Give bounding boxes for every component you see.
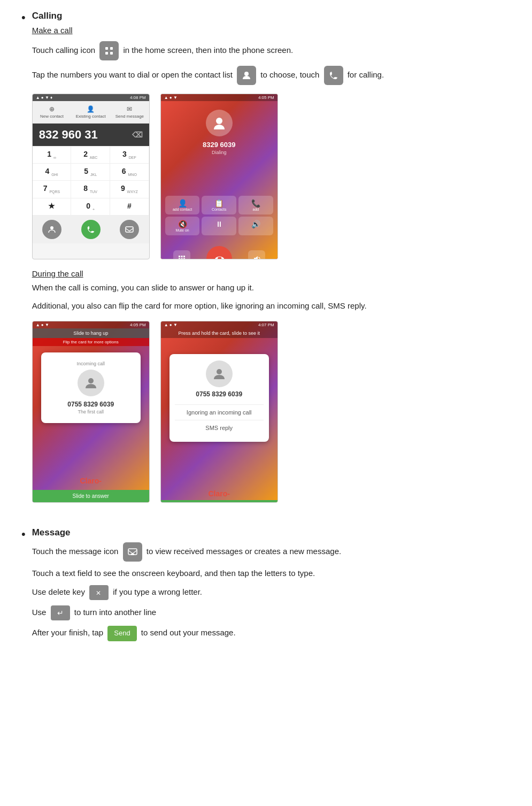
phone-home-icon bbox=[99, 41, 119, 60]
press-hold-hint: Press and hold the card, slide to see it bbox=[161, 328, 277, 338]
key-6[interactable]: 6 MNO bbox=[110, 164, 149, 181]
svg-rect-11 bbox=[179, 258, 180, 260]
dial-call-btn[interactable] bbox=[81, 220, 101, 239]
incoming-call-label-1: The first call bbox=[47, 409, 135, 414]
calling-bullet-section: • Calling Make a call Touch calling icon… bbox=[21, 11, 511, 511]
svg-rect-9 bbox=[181, 256, 182, 257]
make-call-title: Make a call bbox=[32, 26, 511, 35]
call-add-contact[interactable]: 👤 add contact bbox=[165, 196, 200, 214]
slide-hang-up-bar: Slide to hang up bbox=[33, 328, 149, 338]
calling-instruction1: Touch calling icon in the home screen, t… bbox=[32, 41, 511, 60]
active-call-screen: ▲ ● ▼ 4:05 PM 8329 6039 Dialing 👤 add bbox=[160, 94, 278, 259]
message-instruction2: Touch a text field to see the onscreen k… bbox=[32, 567, 511, 580]
send-button[interactable]: Send bbox=[107, 626, 136, 641]
svg-rect-13 bbox=[183, 258, 185, 260]
key-3[interactable]: 3 DEF bbox=[110, 147, 149, 164]
incoming-card-1: Incoming call 0755 8329 6039 The first c… bbox=[41, 352, 141, 423]
incoming-call-screen-1: ▲ ● ▼ 4:05 PM Slide to hang up Flip the … bbox=[32, 321, 150, 503]
dialer-actions bbox=[33, 216, 149, 243]
svg-point-16 bbox=[88, 378, 94, 383]
dialer-tabs: ⊕ New contact 👤 Existing contact ✉ Send … bbox=[33, 101, 149, 124]
end-call-btn[interactable] bbox=[206, 246, 232, 259]
svg-rect-1 bbox=[110, 47, 113, 50]
call-speaker-btn[interactable] bbox=[248, 250, 265, 259]
key-2[interactable]: 2 ABC bbox=[71, 147, 110, 164]
call-hold[interactable]: ⏸ bbox=[202, 217, 236, 235]
message-instruction1: Touch the message icon to view received … bbox=[32, 542, 511, 562]
calling-title: Calling bbox=[32, 11, 511, 21]
message-bullet-section: • Message Touch the message icon to view… bbox=[21, 527, 511, 647]
message-icon bbox=[123, 542, 142, 562]
message-instruction3: Use delete key ✕ if you type a wrong let… bbox=[32, 585, 511, 600]
call-time: 4:05 PM bbox=[258, 95, 274, 100]
message-title: Message bbox=[32, 527, 511, 538]
claro-logo-2: Claro- bbox=[161, 489, 277, 498]
bullet-point: • bbox=[21, 12, 26, 24]
tab-new-contact: ⊕ New contact bbox=[33, 103, 72, 121]
key-1[interactable]: 1 ∞ bbox=[33, 147, 72, 164]
tab-existing-contact: 👤 Existing contact bbox=[71, 103, 110, 121]
key-0[interactable]: 0 + bbox=[71, 198, 110, 216]
key-star[interactable]: ★ bbox=[33, 198, 72, 216]
call-mute[interactable]: 🔇 Mute on bbox=[165, 217, 200, 235]
message-instruction5: After your finish, tap Send to send out … bbox=[32, 626, 511, 641]
incoming-screenshots-row: ▲ ● ▼ 4:05 PM Slide to hang up Flip the … bbox=[32, 321, 511, 503]
claro-logo-1: Claro- bbox=[33, 477, 149, 485]
svg-rect-12 bbox=[181, 258, 182, 260]
incoming-label-1: Incoming call bbox=[47, 361, 135, 366]
incoming-status-bar-1: ▲ ● ▼ 4:05 PM bbox=[33, 321, 149, 328]
svg-rect-8 bbox=[179, 256, 180, 257]
calling-instruction2: Tap the numbers you want to dial or open… bbox=[32, 66, 511, 85]
svg-rect-0 bbox=[105, 47, 108, 50]
call-dialpad-btn[interactable] bbox=[173, 250, 190, 259]
key-8[interactable]: 8 TUV bbox=[71, 181, 110, 198]
call-contact-avatar bbox=[206, 110, 233, 136]
key-7[interactable]: 7 PQRS bbox=[33, 181, 72, 198]
svg-text:↵: ↵ bbox=[57, 609, 64, 617]
dialer-time: 4:08 PM bbox=[130, 95, 146, 100]
svg-rect-3 bbox=[110, 52, 113, 55]
svg-rect-19 bbox=[131, 554, 134, 555]
dialer-messages-btn[interactable] bbox=[120, 220, 139, 239]
contacts-icon bbox=[237, 66, 256, 85]
flip-card-hint: Flip the card for more options bbox=[33, 338, 149, 346]
dialer-status-icons: ▲ ● ▼ ♦ bbox=[36, 95, 52, 100]
svg-text:✕: ✕ bbox=[96, 589, 101, 597]
incoming-avatar-1 bbox=[78, 370, 104, 396]
key-4[interactable]: 4 GHI bbox=[33, 164, 72, 181]
slide-answer-bar: Slide to answer bbox=[33, 490, 149, 502]
flipped-number: 0755 8329 6039 bbox=[175, 390, 264, 398]
svg-point-7 bbox=[216, 118, 222, 124]
enter-key-icon: ↵ bbox=[51, 605, 70, 620]
incoming-status-bar-2: ▲ ● ▼ 4:07 PM bbox=[161, 321, 277, 328]
call-options-grid: 👤 add contact 📋 Contacts 📞 add 🔇 bbox=[161, 191, 277, 240]
dialer-contacts-btn[interactable] bbox=[42, 220, 61, 239]
message-section: • Message Touch the message icon to view… bbox=[21, 527, 511, 647]
during-call-title: During the call bbox=[32, 269, 511, 278]
incoming-number-1: 0755 8329 6039 bbox=[47, 401, 135, 408]
svg-rect-2 bbox=[105, 52, 108, 55]
call-number: 8329 6039 bbox=[161, 141, 277, 149]
call-info: 8329 6039 Dialing bbox=[161, 101, 277, 159]
screenshots-row-calling: ▲ ● ▼ ♦ 4:08 PM ⊕ New contact 👤 Existing… bbox=[32, 94, 511, 259]
key-hash[interactable]: # bbox=[110, 198, 149, 216]
call-status-text: Dialing bbox=[161, 150, 277, 155]
ignore-incoming-option[interactable]: Ignoring an incoming call bbox=[175, 404, 264, 420]
during-call-text2: Additional, you also can flip the card f… bbox=[32, 300, 511, 312]
flipped-card: 0755 8329 6039 Ignoring an incoming call… bbox=[169, 354, 269, 442]
during-call-text1: When the call is coming, you can slide t… bbox=[32, 281, 511, 294]
call-add[interactable]: 📞 add bbox=[238, 196, 273, 214]
svg-point-17 bbox=[217, 369, 222, 374]
dialer-number-display: 832 960 31 ⌫ bbox=[33, 124, 149, 146]
incoming-call-screen-2: ▲ ● ▼ 4:07 PM Press and hold the card, s… bbox=[160, 321, 278, 503]
call-contacts[interactable]: 📋 Contacts bbox=[202, 196, 236, 214]
call-status-bar: ▲ ● ▼ 4:05 PM bbox=[161, 94, 277, 101]
call-speaker[interactable]: 🔊 bbox=[238, 217, 273, 235]
message-content: Message Touch the message icon to view r… bbox=[32, 527, 511, 647]
svg-point-5 bbox=[50, 226, 53, 229]
key-9[interactable]: 9 WXYZ bbox=[110, 181, 149, 198]
message-bullet-point: • bbox=[21, 528, 26, 540]
sms-reply-option[interactable]: SMS reply bbox=[175, 420, 264, 435]
green-bottom-bar bbox=[161, 500, 277, 502]
key-5[interactable]: 5 JKL bbox=[71, 164, 110, 181]
